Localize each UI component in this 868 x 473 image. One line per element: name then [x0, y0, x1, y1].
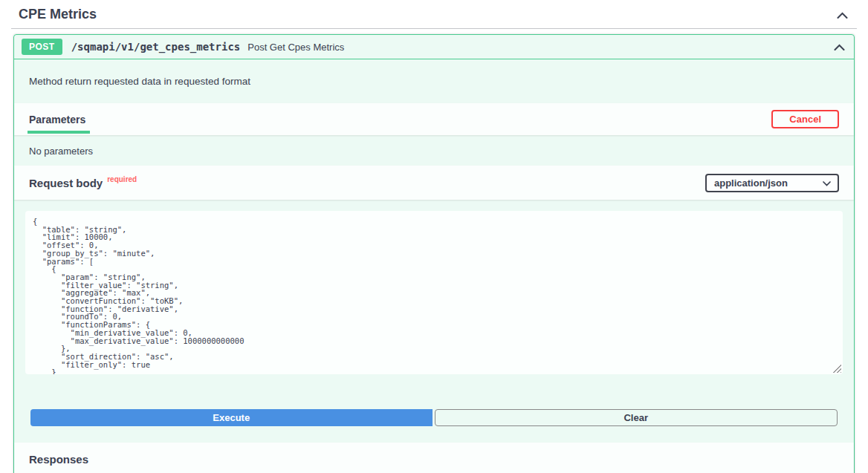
- cancel-button[interactable]: Cancel: [771, 110, 839, 128]
- content-type-selected-value: application/json: [714, 177, 788, 189]
- clear-button[interactable]: Clear: [435, 409, 838, 426]
- request-body-section-header: Request body required application/json: [14, 166, 854, 200]
- chevron-up-icon[interactable]: [834, 40, 845, 53]
- required-badge: required: [107, 175, 137, 183]
- opblock-summary[interactable]: POST /sqmapi/v1/get_cpes_metrics Post Ge…: [14, 35, 854, 59]
- execute-wrapper: Execute Clear: [14, 393, 854, 443]
- http-method-badge: POST: [22, 39, 62, 55]
- parameters-section-header: Parameters Cancel: [14, 103, 854, 135]
- tag-header-cpe-metrics[interactable]: CPE Metrics: [11, 0, 857, 29]
- execute-button[interactable]: Execute: [30, 409, 433, 426]
- chevron-down-icon: [823, 177, 831, 189]
- content-type-select[interactable]: application/json: [705, 174, 839, 192]
- endpoint-summary: Post Get Cpes Metrics: [247, 42, 344, 53]
- endpoint-path[interactable]: /sqmapi/v1/get_cpes_metrics: [71, 41, 241, 53]
- swagger-operations-panel: CPE Metrics POST /sqmapi/v1/get_cpes_met…: [0, 0, 868, 473]
- responses-section-header: Responses: [14, 443, 854, 473]
- operation-description: Method return requested data in requeste…: [14, 59, 854, 103]
- request-body-editor[interactable]: { "table": "string", "limit": 10000, "of…: [25, 211, 843, 374]
- responses-title: Responses: [29, 453, 88, 466]
- request-body-section: { "table": "string", "limit": 10000, "of…: [14, 200, 854, 393]
- tag-collapse-button[interactable]: [835, 8, 849, 22]
- request-body-title: Request body: [29, 177, 103, 189]
- opblock-post-get-cpes-metrics: POST /sqmapi/v1/get_cpes_metrics Post Ge…: [13, 34, 855, 473]
- no-parameters-message: No parameters: [14, 135, 854, 166]
- tab-parameters[interactable]: Parameters: [27, 114, 90, 134]
- tag-title: CPE Metrics: [19, 7, 97, 22]
- opblock-collapse-button[interactable]: [832, 40, 846, 53]
- chevron-up-icon[interactable]: [837, 8, 848, 22]
